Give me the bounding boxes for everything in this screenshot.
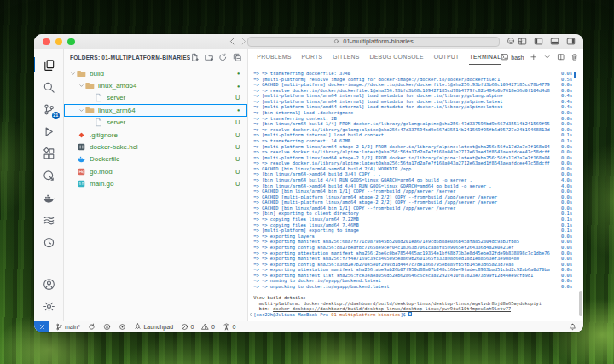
terminal-line: => => exporting manifest sha256:68a7f771… — [253, 239, 572, 245]
terminal-line: => => naming to docker.io/myapp/backend:… — [253, 278, 572, 284]
tree-item-dockerfile[interactable]: DockerfileU — [64, 153, 247, 165]
refresh-icon[interactable] — [218, 53, 228, 62]
terminal-line: => [bin linux/arm64->amd64 build 3/4] CO… — [253, 171, 572, 177]
workbench: 21 FOLDERS: 01-MULTIPLATFORM-BINARIES bu… — [34, 49, 583, 321]
tree-item-main-go[interactable]: main.goU — [64, 178, 247, 190]
tree-item-server[interactable]: serverU — [64, 92, 247, 104]
terminal-line: => => exporting attestation manifest sha… — [253, 251, 572, 257]
explorer-sidebar: FOLDERS: 01-MULTIPLATFORM-BINARIES build… — [64, 49, 248, 321]
terminal-view[interactable]: => => transferring dockerfile: 374B0.0s=… — [248, 65, 583, 321]
history-back-icon[interactable] — [228, 37, 237, 46]
panel-bottom-icon[interactable] — [550, 37, 559, 46]
explorer-header-title: FOLDERS: 01-MULTIPLATFORM-BINARIES — [70, 55, 190, 61]
prompt-suffix: ]$ — [400, 312, 408, 318]
statusbar-left: main*Launchpad000 — [34, 321, 240, 332]
status-label: Launchpad — [143, 324, 173, 330]
sidebar-left-icon[interactable] — [534, 37, 543, 46]
git-status-badge: U — [235, 180, 240, 188]
file-label: main.go — [90, 180, 235, 188]
source-control-icon[interactable]: 21 — [38, 98, 59, 120]
waves-icon[interactable] — [38, 209, 59, 231]
new-file-icon[interactable] — [190, 53, 200, 62]
file-label: linux_arm64 — [98, 107, 237, 114]
file-icon — [94, 93, 103, 102]
minimize-window-button[interactable] — [55, 38, 63, 46]
terminal-line: => [bin linux/arm64 build 1/4] FROM dock… — [253, 121, 572, 127]
remote-explorer-icon[interactable] — [38, 165, 59, 187]
errors-status[interactable]: 0 — [177, 321, 198, 332]
trash-icon[interactable] — [571, 53, 579, 61]
tab-gitlens[interactable]: GITLENS — [333, 49, 359, 65]
new-folder-icon[interactable] — [205, 53, 214, 62]
status-label: main* — [65, 324, 80, 330]
collapse-all-icon[interactable] — [233, 53, 242, 62]
search-icon[interactable] — [38, 76, 59, 98]
account-icon[interactable] — [38, 273, 59, 295]
split-terminal-icon[interactable] — [557, 53, 565, 61]
status-label: 0 — [211, 324, 215, 330]
launchpad-status[interactable]: Launchpad — [130, 321, 177, 332]
command-center-search[interactable]: 01-multiplatform-binaries — [247, 37, 500, 48]
tree-indent — [68, 180, 77, 188]
build-details-link[interactable]: docker-desktop://dashboard/build/desktop… — [273, 306, 511, 312]
explorer-header: FOLDERS: 01-MULTIPLATFORM-BINARIES — [64, 49, 247, 65]
bell-icon — [569, 323, 576, 331]
settings-gear-icon[interactable] — [38, 295, 59, 317]
git-status-badge: ● — [237, 71, 240, 76]
radio-tower-icon — [223, 323, 230, 331]
warnings-status[interactable]: 0 — [198, 321, 218, 332]
ports-status[interactable]: 0 — [218, 321, 239, 332]
layout-icon[interactable] — [518, 37, 527, 46]
panel-tabs: PROBLEMSPORTSGITLENSDEBUG CONSOLEOUTPUTT… — [257, 49, 501, 65]
gitlens-status[interactable] — [114, 321, 130, 332]
tree-item-linux-amd64[interactable]: linux_amd64● — [64, 79, 247, 91]
git-branch-icon — [55, 323, 63, 331]
sync-status[interactable] — [84, 321, 99, 332]
tree-item-build[interactable]: build● — [64, 67, 247, 79]
tree-item-go-mod[interactable]: go.modU — [64, 165, 247, 177]
shell-selector[interactable]: bash — [501, 53, 524, 61]
notifications[interactable] — [565, 321, 580, 332]
git-status-badge: U — [235, 143, 240, 151]
tab-debug-console[interactable]: DEBUG CONSOLE — [370, 49, 424, 65]
docker-icon[interactable] — [38, 187, 59, 209]
zoom-window-button[interactable] — [67, 38, 75, 46]
terminal-scrollbar[interactable] — [579, 291, 582, 316]
tree-indent — [68, 168, 77, 176]
terminal-prompt[interactable]: [xor22h@Juliuss-MacBook-Pro 01-multiplat… — [253, 312, 572, 318]
tree-indent — [85, 118, 94, 126]
chevron-down-icon[interactable] — [543, 53, 552, 61]
terminal-line: => CACHED [bin linux/arm64 bin 1/1] COPY… — [253, 188, 572, 194]
chevron-down-icon[interactable] — [77, 82, 85, 90]
overview-ruler-mark — [574, 72, 576, 78]
terminal-line: => => exporting config sha256:836d2e7b27… — [253, 262, 572, 268]
explorer-icon[interactable] — [38, 54, 59, 76]
chevron-down-icon[interactable] — [68, 70, 77, 78]
clock-icon[interactable] — [38, 231, 59, 253]
terminal-line: => [bin linux/arm64 build 4/4] RUN GOOS=… — [253, 177, 572, 183]
remote-indicator[interactable] — [34, 321, 49, 332]
run-debug-icon[interactable] — [38, 120, 59, 142]
tab-ports[interactable]: PORTS — [302, 49, 323, 65]
tree-item-server[interactable]: serverU — [64, 117, 247, 129]
git-status-badge: U — [235, 155, 240, 163]
chevron-down-icon[interactable] — [77, 107, 85, 114]
build-details-link[interactable]: docker-desktop://dashboard/build/desktop… — [304, 301, 542, 307]
extensions-icon[interactable] — [38, 142, 59, 165]
folder-icon — [77, 69, 86, 78]
sidebar-right-icon[interactable] — [566, 37, 576, 46]
activity-bar: 21 — [34, 49, 64, 321]
plus-icon[interactable] — [530, 53, 538, 61]
tab-problems[interactable]: PROBLEMS — [257, 49, 291, 65]
tab-terminal[interactable]: TERMINAL — [469, 49, 501, 65]
branch-status[interactable]: main* — [51, 321, 84, 332]
tree-item-docker-bake-hcl[interactable]: docker-bake.hclU — [64, 141, 247, 153]
copilot-status[interactable] — [99, 321, 114, 332]
tree-indent — [85, 94, 94, 101]
tab-output[interactable]: OUTPUT — [434, 49, 460, 65]
close-window-button[interactable] — [43, 38, 50, 46]
file-label: server — [107, 94, 235, 101]
tree-item-gitignore[interactable]: .gitignoreU — [64, 129, 247, 141]
tree-item-linux-arm64[interactable]: linux_arm64● — [64, 104, 247, 116]
terminal-line: => => exporting manifest sha256:f7f4e716… — [253, 256, 572, 262]
